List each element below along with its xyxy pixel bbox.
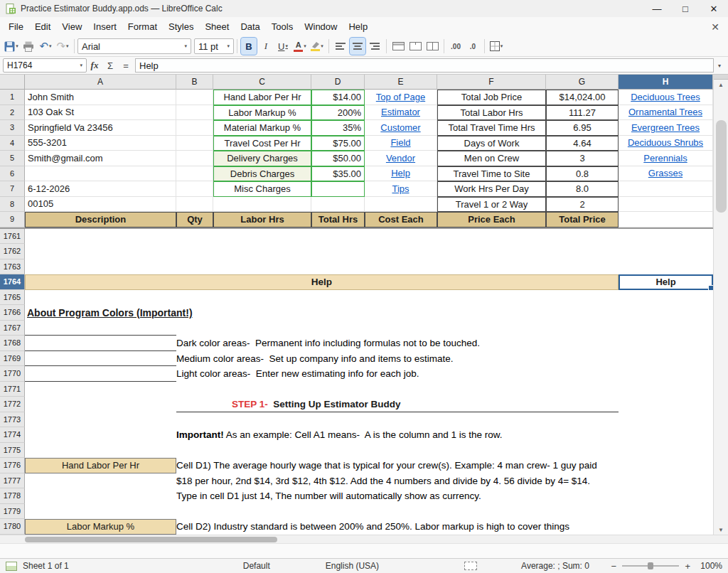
column-header-D[interactable]: D: [311, 75, 365, 90]
selected-cell-H1764[interactable]: Help: [619, 274, 713, 290]
menu-styles[interactable]: Styles: [163, 19, 199, 34]
align-center-button[interactable]: [350, 38, 365, 55]
cell-F9[interactable]: Price Each: [437, 212, 546, 227]
row-header-1770[interactable]: 1770: [0, 366, 25, 382]
cell-D3[interactable]: 35%: [311, 120, 365, 136]
cell-D8[interactable]: [311, 197, 365, 213]
row-header-9[interactable]: 9: [0, 212, 25, 227]
row-header-1773[interactable]: 1773: [0, 412, 25, 428]
row-header-1[interactable]: 1: [0, 90, 25, 105]
menu-view[interactable]: View: [56, 19, 87, 34]
row-header-1766[interactable]: 1766: [0, 305, 25, 321]
cell-E6-link[interactable]: Help: [365, 166, 437, 182]
column-header-F[interactable]: F: [437, 75, 546, 90]
row-header-1763[interactable]: 1763: [0, 259, 25, 275]
vertical-scrollbar-thumb[interactable]: [716, 120, 727, 213]
cell-D2[interactable]: 200%: [311, 105, 365, 121]
row-1780-cells[interactable]: Labor Markup % Cell D2) Industry standar…: [25, 519, 713, 535]
vertical-scrollbar[interactable]: ▲ ▼: [713, 75, 728, 535]
cell-G7[interactable]: 8.0: [546, 181, 619, 197]
cell-D7[interactable]: [311, 181, 365, 197]
row-1770-cells[interactable]: Light color areas- Enter new estimating …: [25, 366, 713, 382]
cell-B6[interactable]: [176, 166, 213, 182]
row-header-1780[interactable]: 1780: [0, 519, 25, 535]
cell-C6[interactable]: Debris Charges: [213, 166, 311, 182]
zoom-level[interactable]: 100%: [700, 561, 722, 571]
cell-C9[interactable]: Labor Hrs: [213, 212, 311, 227]
cell-E1-link[interactable]: Top of Page: [365, 90, 437, 105]
cell-B8[interactable]: [176, 197, 213, 213]
row-1762-cells[interactable]: [25, 244, 713, 259]
cell-G9[interactable]: Total Price: [546, 212, 619, 227]
cell-H4-link[interactable]: Deciduous Shrubs: [619, 136, 713, 151]
cell-A2[interactable]: 103 Oak St: [25, 105, 176, 121]
row-header-1767[interactable]: 1767: [0, 321, 25, 336]
undo-dropdown-icon[interactable]: ▾: [49, 43, 52, 49]
cell-A1[interactable]: John Smith: [25, 90, 176, 105]
cell-D9[interactable]: Total Hrs: [311, 212, 365, 227]
font-name-combo[interactable]: Arial▾: [77, 38, 191, 54]
cell-F4[interactable]: Days of Work: [437, 136, 546, 151]
cell-E7-link[interactable]: Tips: [365, 181, 437, 197]
merged-help-cell[interactable]: Help: [25, 274, 619, 290]
zoom-in-button[interactable]: +: [682, 561, 693, 572]
bold-button[interactable]: B: [241, 38, 257, 55]
name-box[interactable]: H1764▾: [3, 58, 87, 73]
font-size-combo[interactable]: 11 pt▾: [194, 38, 234, 54]
cell-D1[interactable]: $14.00: [311, 90, 365, 105]
language-setting[interactable]: English (USA): [326, 561, 379, 571]
merge-cells-button[interactable]: [407, 38, 423, 55]
cell-A7[interactable]: 6-12-2026: [25, 181, 176, 197]
scroll-up-icon[interactable]: ▲: [714, 80, 728, 90]
row-header-6[interactable]: 6: [0, 166, 25, 182]
expand-formula-bar-icon[interactable]: ▾: [714, 63, 725, 69]
save-button[interactable]: ▾: [4, 38, 19, 55]
name-box-dropdown-icon[interactable]: ▾: [80, 63, 82, 68]
function-wizard-icon[interactable]: fx: [87, 60, 102, 71]
cell-F5[interactable]: Men on Crew: [437, 151, 546, 166]
cell-C4[interactable]: Travel Cost Per Hr: [213, 136, 311, 151]
font-size-dropdown-icon[interactable]: ▾: [223, 43, 230, 49]
equals-icon[interactable]: =: [118, 60, 134, 71]
labor-markup-label-cell[interactable]: Labor Markup %: [25, 519, 176, 535]
row-1772-cells[interactable]: STEP 1- Setting Up Estimator Buddy: [25, 397, 713, 412]
vertical-split-handle[interactable]: [714, 75, 728, 80]
row-1769-cells[interactable]: Medium color areas- Set up company info …: [25, 351, 713, 367]
row-header-3[interactable]: 3: [0, 120, 25, 136]
cell-G6[interactable]: 0.8: [546, 166, 619, 182]
cell-G5[interactable]: 3: [546, 151, 619, 166]
row-header-1768[interactable]: 1768: [0, 336, 25, 351]
row-header-1775[interactable]: 1775: [0, 443, 25, 459]
menu-file[interactable]: File: [3, 19, 29, 34]
cell-A8[interactable]: 00105: [25, 197, 176, 213]
row-header-1774[interactable]: 1774: [0, 427, 25, 443]
undo-button[interactable]: ↶▾: [38, 38, 53, 55]
cell-G3[interactable]: 6.95: [546, 120, 619, 136]
menu-insert[interactable]: Insert: [87, 19, 122, 34]
row-header-1765[interactable]: 1765: [0, 290, 25, 306]
cell-C2[interactable]: Labor Markup %: [213, 105, 311, 121]
cell-B9[interactable]: Qty: [176, 212, 213, 227]
document-close-icon[interactable]: ✕: [705, 21, 725, 33]
row-1776-cells[interactable]: Hand Labor Per Hr Cell D1) The average h…: [25, 458, 713, 473]
select-all-corner[interactable]: [0, 75, 25, 90]
cell-H1-link[interactable]: Deciduous Trees: [619, 90, 713, 105]
row-header-1776[interactable]: 1776: [0, 458, 25, 473]
row-header-1778[interactable]: 1778: [0, 488, 25, 504]
menu-help[interactable]: Help: [343, 19, 373, 34]
font-color-dropdown-icon[interactable]: ▾: [304, 43, 306, 49]
cell-F3[interactable]: Total Travel Time Hrs: [437, 120, 546, 136]
column-header-C[interactable]: C: [213, 75, 311, 90]
cell-A6[interactable]: [25, 166, 176, 182]
row-header-1764[interactable]: 1764: [0, 274, 25, 290]
row-header-1762[interactable]: 1762: [0, 244, 25, 259]
row-header-1777[interactable]: 1777: [0, 473, 25, 489]
italic-button[interactable]: I: [258, 38, 274, 55]
align-left-button[interactable]: [333, 38, 348, 55]
row-header-8[interactable]: 8: [0, 197, 25, 213]
horizontal-scrollbar-thumb[interactable]: [25, 537, 277, 542]
menu-edit[interactable]: Edit: [29, 19, 56, 34]
add-decimal-place-button[interactable]: .00: [448, 38, 464, 55]
row-1763-cells[interactable]: [25, 259, 713, 275]
minimize-button[interactable]: —: [643, 0, 671, 17]
